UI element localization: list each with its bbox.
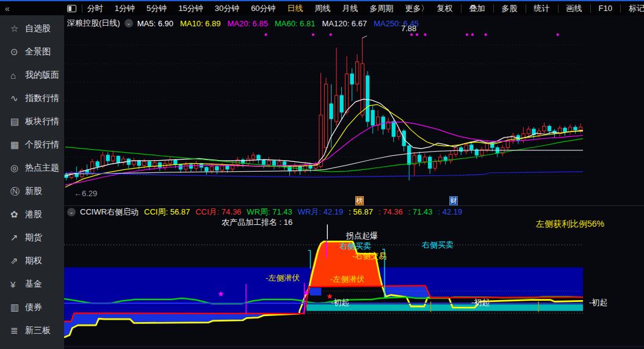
indicator-value: WR周: 71.43 bbox=[247, 207, 292, 216]
indicator-value: CCI月: 74.36 bbox=[195, 207, 241, 216]
hot-topic-icon: ◎ bbox=[10, 163, 25, 174]
sidebar-item-label: 我的版面 bbox=[25, 70, 59, 81]
sidebar-item[interactable]: ▤板块行情 bbox=[0, 110, 64, 133]
sidebar: ☆自选股⊙全景图⌂我的版面∿指数行情▤板块行情▦个股行情◎热点主题Ⓝ新股✿港股↗… bbox=[0, 15, 64, 349]
sidebar-item[interactable]: ¥基金 bbox=[0, 273, 64, 296]
indicator-name[interactable]: CCIWR右侧启动 bbox=[80, 207, 139, 218]
period-tab[interactable]: 周线 bbox=[315, 3, 331, 14]
sidebar-item-label: 指数行情 bbox=[25, 93, 59, 104]
toolbar-tool-button[interactable]: 多股 bbox=[494, 3, 526, 14]
bottom-strip bbox=[64, 346, 644, 349]
home-layout-icon: ⌂ bbox=[10, 70, 25, 81]
period-tab[interactable]: 日线 bbox=[288, 3, 303, 14]
svg-text:★: ★ bbox=[217, 290, 224, 298]
sidebar-item[interactable]: ≣新三板 bbox=[0, 319, 64, 342]
sidebar-item-label: 热点主题 bbox=[25, 163, 59, 174]
period-tab[interactable]: 月线 bbox=[342, 3, 358, 14]
toolbar-tool-button[interactable]: 叠加 bbox=[461, 3, 493, 14]
indicator-value: WR月: 42.19 bbox=[298, 207, 343, 216]
indicator-value: CCI周: 56.87 bbox=[144, 207, 190, 216]
period-tab[interactable]: 30分钟 bbox=[215, 3, 239, 14]
initial-rise-label-1: -初起 bbox=[331, 298, 349, 306]
toolbar-tool-button[interactable]: 画线 bbox=[559, 3, 590, 14]
fund-icon: ¥ bbox=[10, 279, 25, 290]
right-trading-label: -右侧交易 bbox=[352, 252, 386, 260]
index-line-chart-icon: ∿ bbox=[10, 93, 25, 104]
left-profit-ratio-label: 左侧获利比例56% bbox=[536, 219, 604, 228]
sidebar-item[interactable]: ↗期货 bbox=[0, 226, 64, 249]
sidebar-item-label: 港股 bbox=[25, 209, 42, 220]
futures-icon: ↗ bbox=[10, 232, 25, 243]
sidebar-item[interactable]: ▦个股行情 bbox=[0, 133, 64, 156]
sector-board-icon: ▤ bbox=[10, 116, 25, 127]
period-tab[interactable]: 60分钟 bbox=[251, 3, 275, 14]
svg-text:★: ★ bbox=[303, 288, 309, 297]
sidebar-item-label: 个股行情 bbox=[25, 139, 59, 150]
toolbar-divider bbox=[82, 4, 82, 13]
period-tab[interactable]: 15分钟 bbox=[178, 3, 203, 14]
left-ambush-label-2: -左侧潜伏 bbox=[330, 275, 364, 283]
sidebar-item-label: 新股 bbox=[25, 186, 42, 197]
indicator-header: ⌄ CCIWR右侧启动 CCI周: 56.87CCI月: 74.36WR周: 7… bbox=[64, 207, 644, 217]
sidebar-item[interactable]: ▥债券 bbox=[0, 296, 64, 319]
sidebar-item[interactable]: ∿指数行情 bbox=[0, 87, 64, 110]
sidebar-item-label: 期权 bbox=[25, 255, 42, 266]
new-stock-icon: Ⓝ bbox=[10, 186, 25, 197]
sidebar-item-label: 板块行情 bbox=[25, 116, 59, 127]
period-tab[interactable]: 更多〉 bbox=[405, 3, 429, 14]
neeq-list-icon: ≣ bbox=[10, 325, 25, 336]
right-trade-signal-label-1: 右侧买卖 bbox=[339, 242, 371, 250]
sidebar-item-label: 自选股 bbox=[25, 23, 51, 34]
initial-rise-label-2: -初起 bbox=[471, 298, 490, 306]
toolbar-tool-button[interactable]: F10 bbox=[591, 4, 620, 13]
period-tab[interactable]: 多周期 bbox=[370, 3, 394, 14]
toolbar-tool-button[interactable]: 复权 bbox=[429, 3, 461, 14]
indicator-value-labels: CCI周: 56.87CCI月: 74.36WR周: 71.43WR月: 42.… bbox=[144, 207, 468, 218]
toolbar-tool-button[interactable]: 标记 bbox=[621, 3, 644, 14]
sidebar-item-label: 基金 bbox=[25, 279, 42, 290]
stock-board-icon: ▦ bbox=[10, 139, 25, 150]
app-window: « 分时1分钟5分钟15分钟30分钟60分钟日线周线月线多周期更多〉 复权叠加多… bbox=[0, 0, 644, 349]
sidebar-item-label: 新三板 bbox=[25, 325, 51, 336]
sidebar-item[interactable]: ✿港股 bbox=[0, 203, 64, 226]
layout-panel-fill bbox=[68, 6, 71, 11]
sidebar-item[interactable]: ⊙全景图 bbox=[0, 40, 64, 64]
period-tab[interactable]: 分时 bbox=[87, 3, 103, 14]
sidebar-item[interactable]: Ⓝ新股 bbox=[0, 180, 64, 203]
indicator-value: : 42.19 bbox=[438, 207, 463, 216]
rank-event-badge[interactable]: 榜 bbox=[355, 196, 364, 205]
low-price-label: ←6.29 bbox=[74, 189, 97, 197]
indicator-value: : 71.43 bbox=[408, 207, 433, 216]
hk-stock-icon: ✿ bbox=[10, 209, 25, 220]
finance-event-badge[interactable]: 财 bbox=[449, 196, 458, 205]
collapse-sidebar-icon[interactable]: « bbox=[0, 4, 15, 13]
sidebar-item[interactable]: ⌂我的版面 bbox=[0, 64, 64, 87]
turning-point-label: 拐点起爆 bbox=[346, 232, 378, 240]
top-toolbar: « 分时1分钟5分钟15分钟30分钟60分钟日线周线月线多周期更多〉 复权叠加多… bbox=[0, 0, 644, 15]
right-trade-signal-label-2: 右侧买卖 bbox=[422, 241, 454, 249]
sidebar-item[interactable]: ⇗期权 bbox=[0, 249, 64, 273]
initial-rise-label-3: -初起 bbox=[589, 298, 607, 306]
sidebar-item[interactable]: ◎热点主题 bbox=[0, 156, 64, 180]
toolbar-tool-button[interactable]: 统计 bbox=[526, 3, 558, 14]
sidebar-item[interactable]: ☆自选股 bbox=[0, 17, 64, 40]
period-tabs: 分时1分钟5分钟15分钟30分钟60分钟日线周线月线多周期更多〉 bbox=[87, 3, 429, 14]
indicator-value: : 74.36 bbox=[378, 207, 403, 216]
indicator-value: : 56.87 bbox=[349, 207, 373, 216]
sidebar-item-label: 期货 bbox=[25, 232, 42, 243]
peak-price-label: 7.88 bbox=[401, 24, 416, 32]
industry-rank-label: 农产品加工排名 : 16 bbox=[222, 218, 292, 226]
period-tab[interactable]: 5分钟 bbox=[147, 3, 167, 14]
sidebar-item-label: 债券 bbox=[25, 302, 42, 313]
layout-panel-icon[interactable] bbox=[67, 5, 76, 12]
toolbar-right-tools: 复权叠加多股统计画线F10标记 bbox=[429, 3, 644, 14]
bond-icon: ▥ bbox=[10, 302, 25, 313]
options-icon: ⇗ bbox=[10, 255, 25, 266]
period-tab[interactable]: 1分钟 bbox=[115, 3, 135, 14]
chart-workspace: 深粮控股(日线) ⌄ MA5: 6.90MA10: 6.89MA20: 6.85… bbox=[64, 15, 644, 349]
candlestick-chart[interactable] bbox=[64, 24, 644, 197]
sidebar-item-label: 全景图 bbox=[25, 46, 51, 57]
overview-chart-icon: ⊙ bbox=[10, 46, 25, 57]
chevron-down-icon[interactable]: ⌄ bbox=[67, 208, 76, 216]
star-circle-icon: ☆ bbox=[10, 23, 25, 34]
